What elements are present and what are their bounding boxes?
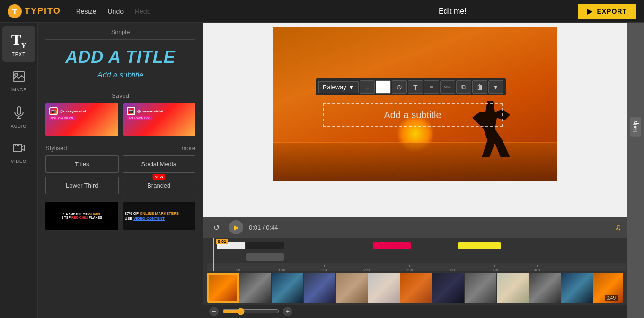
- ruler-tick-15s: [324, 265, 325, 267]
- sidebar-item-video[interactable]: VIDEO: [2, 137, 35, 168]
- globe-icon: ⊙: [397, 83, 402, 91]
- branded-button[interactable]: NEW Branded: [123, 177, 196, 194]
- video-icon: [12, 142, 26, 157]
- nav-redo[interactable]: Redo: [135, 8, 150, 15]
- template-card-olives[interactable]: 1 HANDFUL OF OLIVES 2 TSP RED CHILI FLAK…: [45, 202, 118, 230]
- canvas-area: Raleway ▼ ≡ ⊙ T: [203, 23, 627, 318]
- globe-button[interactable]: ⊙: [392, 80, 407, 94]
- export-button[interactable]: ▶ EXPORT: [578, 4, 636, 19]
- ruler-tick-30s: [452, 265, 452, 267]
- zoom-minus-button[interactable]: −: [209, 307, 219, 316]
- font-dropdown-arrow: ▼: [348, 84, 354, 91]
- clip-pink[interactable]: [373, 242, 411, 249]
- ruler-label-20s: 20s: [363, 268, 371, 271]
- template-card-marketers[interactable]: 87% OF ONLINE MARKETERS USE VIDEO CONTEN…: [123, 202, 196, 230]
- filmstrip-frame-8: [432, 273, 465, 303]
- audio-icon: [12, 105, 26, 122]
- lower-third-button[interactable]: Lower Third: [45, 177, 119, 194]
- ruler-mark-30s: 30s: [449, 265, 456, 271]
- insta-name-1: @caseyneistat: [60, 109, 86, 113]
- text-style-button[interactable]: T: [408, 80, 423, 94]
- image-icon: [12, 70, 26, 86]
- more-link[interactable]: more: [181, 145, 195, 152]
- subtitle-box[interactable]: Add a subtitle: [323, 103, 503, 127]
- subtitle-placeholder: Add a subtitle: [384, 110, 441, 120]
- filmstrip-frame-6: [368, 273, 400, 303]
- saved-thumbnails: 📷 @caseyneistat FOLLOW ME ON 📷 @caseynei…: [38, 103, 203, 142]
- reset-icon: ↺: [213, 223, 220, 232]
- timeline-area: 0:01: [203, 238, 627, 318]
- ruler-tick-25s: [409, 265, 410, 267]
- copy-button[interactable]: ⧉: [456, 80, 471, 94]
- canvas-scroll[interactable]: Raleway ▼ ≡ ⊙ T: [203, 23, 627, 217]
- sidebar-item-audio[interactable]: AUDIO: [2, 101, 35, 133]
- out-button[interactable]: Out: [440, 80, 455, 94]
- ruler-mark-20s: 20s: [363, 265, 371, 271]
- olive-text-1: 1 HANDFUL OF OLIVES: [63, 213, 100, 216]
- filmstrip-frame-9: [465, 273, 497, 303]
- sidebar-item-text[interactable]: TY TEXT: [2, 26, 35, 62]
- saved-thumb-2[interactable]: 📷 @caseyneistat FOLLOW ME ON: [123, 103, 196, 136]
- template-grid: 1 HANDFUL OF OLIVES 2 TSP RED CHILI FLAK…: [38, 198, 203, 234]
- nav-resize[interactable]: Resize: [76, 8, 97, 15]
- icon-sidebar: TY TEXT IMAGE AUDIO: [0, 23, 38, 318]
- help-tab[interactable]: Help: [630, 117, 641, 137]
- saved-thumb-1[interactable]: 📷 @caseyneistat FOLLOW ME ON: [45, 103, 118, 136]
- export-play-icon: ▶: [587, 8, 593, 15]
- font-select[interactable]: Raleway ▼: [318, 81, 359, 93]
- delete-button[interactable]: 🗑: [472, 80, 487, 94]
- filmstrip-frame-2: [239, 273, 272, 303]
- in-button[interactable]: In: [424, 80, 439, 94]
- nav-undo[interactable]: Undo: [107, 8, 123, 15]
- ruler-mark-10s: 10s: [278, 265, 285, 271]
- topbar-nav: Resize Undo Redo: [76, 8, 327, 15]
- sidebar-item-audio-label: AUDIO: [11, 124, 27, 129]
- delete-icon: 🗑: [476, 83, 483, 91]
- insta-icon-1: 📷: [49, 107, 58, 115]
- reset-button[interactable]: ↺: [209, 220, 223, 234]
- title-preview-area[interactable]: ADD A TITLE Add a subtitle: [38, 40, 203, 87]
- titles-button[interactable]: Titles: [45, 155, 119, 173]
- playhead[interactable]: 0:01: [213, 238, 214, 271]
- ruler-tick-5s: [238, 265, 238, 267]
- ruler-mark-5s: 5s: [236, 265, 240, 271]
- playhead-time: 0:01: [216, 239, 228, 244]
- filmstrip-frame-3: [272, 273, 304, 303]
- music-icon[interactable]: ♫: [615, 223, 622, 232]
- copy-icon: ⧉: [461, 83, 466, 91]
- in-label: In: [430, 85, 433, 89]
- ruler-tick-10s: [282, 265, 282, 267]
- sidebar-item-image[interactable]: IMAGE: [2, 66, 35, 97]
- text-icon: TY: [11, 31, 26, 50]
- style-section-label: Simple: [38, 23, 203, 39]
- new-badge-tag: NEW: [152, 174, 165, 180]
- btn-row-2: Lower Third NEW Branded: [38, 177, 203, 198]
- logo[interactable]: TYPITO: [8, 4, 61, 18]
- clip-dark2[interactable]: [246, 253, 284, 261]
- help-sidebar: Help: [627, 23, 644, 318]
- align-button[interactable]: ≡: [360, 80, 375, 94]
- video-canvas: Raleway ▼ ≡ ⊙ T: [273, 27, 557, 181]
- timeline-tracks[interactable]: 0:01: [203, 238, 627, 271]
- play-button[interactable]: ▶: [229, 220, 243, 234]
- ruler-mark-40s: 40s: [534, 265, 541, 271]
- track-row-1: [207, 241, 626, 251]
- svg-rect-3: [17, 107, 21, 114]
- clip-yellow[interactable]: [458, 242, 501, 249]
- left-panel: Simple ADD A TITLE Add a subtitle Saved …: [38, 23, 203, 318]
- page-title: Edit me!: [327, 7, 578, 16]
- mkt-text-1: 87% OF ONLINE MARKETERS: [125, 211, 179, 215]
- ruler-mark-15s: 15s: [321, 265, 328, 271]
- stylised-row: Stylised more: [38, 142, 203, 155]
- zoom-plus-button[interactable]: +: [283, 307, 292, 316]
- svg-point-2: [15, 73, 18, 76]
- more-button[interactable]: ▼: [488, 80, 503, 94]
- sidebar-item-image-label: IMAGE: [10, 87, 26, 92]
- zoom-slider[interactable]: [222, 308, 279, 315]
- color-button[interactable]: [376, 80, 391, 94]
- video-filmstrip[interactable]: 0:49: [207, 273, 623, 303]
- svg-marker-0: [12, 9, 17, 14]
- ruler-tick-40s: [537, 265, 538, 267]
- clip-dark1[interactable]: [246, 242, 284, 249]
- social-media-button[interactable]: Social Media: [123, 155, 196, 173]
